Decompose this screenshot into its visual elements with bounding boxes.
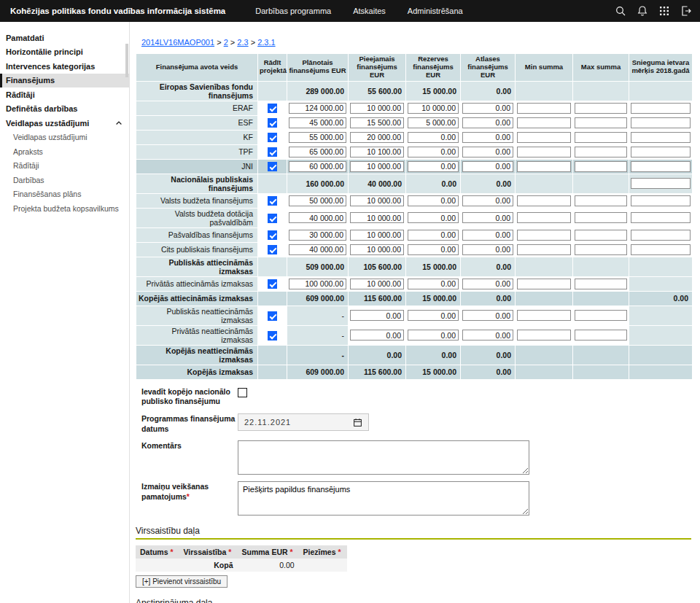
pieejamais-input[interactable]	[350, 147, 404, 157]
atlases-input[interactable]	[462, 212, 513, 223]
radit-projekta-checkbox[interactable]	[268, 118, 277, 128]
snieguma-ietvars-input[interactable]	[631, 132, 691, 143]
rezerves-input[interactable]	[408, 161, 459, 172]
rezerves-input[interactable]	[408, 330, 459, 341]
planotais-input[interactable]	[289, 132, 346, 143]
radit-projekta-checkbox[interactable]	[268, 196, 277, 206]
min-summa-input[interactable]	[517, 103, 571, 114]
pieejamais-input[interactable]	[350, 132, 404, 143]
rezerves-input[interactable]	[408, 195, 459, 206]
topbar-menu-administresana[interactable]: Administrēšana	[397, 0, 474, 22]
max-summa-input[interactable]	[575, 212, 627, 223]
sidebar-item-pamatdati[interactable]: Pamatdati	[0, 31, 129, 45]
radit-projekta-checkbox[interactable]	[268, 331, 277, 341]
max-summa-input[interactable]	[575, 230, 627, 241]
rezerves-input[interactable]	[408, 230, 459, 241]
sidebar-item-raditaji[interactable]: Rādītāji	[0, 159, 129, 174]
snieguma-ietvars-input[interactable]	[631, 212, 691, 223]
pieejamais-input[interactable]	[350, 230, 404, 241]
max-summa-input[interactable]	[575, 147, 627, 157]
min-summa-input[interactable]	[517, 195, 571, 206]
breadcrumb-link[interactable]: 2014LV16MAOP001	[141, 38, 214, 47]
radit-projekta-checkbox[interactable]	[268, 214, 277, 223]
rezerves-input[interactable]	[408, 132, 459, 143]
search-icon[interactable]	[610, 0, 631, 22]
rezerves-input[interactable]	[408, 147, 459, 157]
breadcrumb-link[interactable]: 2.3	[237, 38, 248, 47]
rezerves-input[interactable]	[408, 117, 459, 128]
radit-projekta-checkbox[interactable]	[268, 311, 277, 321]
pieejamais-input[interactable]	[350, 212, 404, 223]
atlases-input[interactable]	[462, 279, 513, 289]
planotais-input[interactable]	[289, 195, 346, 206]
atlases-input[interactable]	[462, 147, 513, 157]
min-summa-input[interactable]	[517, 244, 571, 255]
sidebar-scrollbar[interactable]	[125, 44, 128, 77]
rezerves-input[interactable]	[408, 103, 459, 114]
rezerves-input[interactable]	[408, 212, 459, 223]
sidebar-item-veidlapas-uzstadijumi[interactable]: Veidlapas uzstādījumi	[0, 131, 129, 145]
max-summa-input[interactable]	[575, 244, 627, 255]
min-summa-input[interactable]	[517, 147, 571, 157]
sidebar-item-raditaji[interactable]: Rādītāji	[0, 87, 129, 102]
snieguma-ietvars-input[interactable]	[631, 161, 691, 172]
add-virssaistiba-button[interactable]: [+] Pievienot virssaistību	[136, 575, 228, 588]
atlases-input[interactable]	[462, 244, 513, 255]
min-summa-input[interactable]	[517, 279, 571, 289]
radit-projekta-checkbox[interactable]	[268, 279, 277, 289]
notifications-icon[interactable]	[631, 0, 653, 22]
snieguma-ietvars-input[interactable]	[631, 178, 691, 189]
planotais-input[interactable]	[289, 279, 346, 289]
atlases-input[interactable]	[462, 330, 513, 341]
pieejamais-input[interactable]	[350, 244, 404, 255]
national-total-checkbox[interactable]	[238, 388, 247, 397]
sidebar-item-veidlapas-uzstadijumi[interactable]: Veidlapas uzstādījumi	[0, 116, 129, 131]
max-summa-input[interactable]	[575, 161, 627, 172]
max-summa-input[interactable]	[575, 279, 627, 289]
planotais-input[interactable]	[289, 103, 346, 114]
atlases-input[interactable]	[462, 132, 513, 143]
min-summa-input[interactable]	[517, 310, 571, 321]
planotais-input[interactable]	[289, 161, 346, 172]
snieguma-ietvars-input[interactable]	[631, 195, 691, 206]
breadcrumb-link[interactable]: 2.3.1	[257, 38, 275, 47]
radit-projekta-checkbox[interactable]	[268, 230, 277, 240]
planotais-input[interactable]	[289, 230, 346, 241]
sidebar-item-finansesanas-plans[interactable]: Finansēšanas plāns	[0, 187, 129, 202]
atlases-input[interactable]	[462, 161, 513, 172]
radit-projekta-checkbox[interactable]	[268, 133, 277, 142]
min-summa-input[interactable]	[517, 230, 571, 241]
max-summa-input[interactable]	[575, 132, 627, 143]
reason-textarea[interactable]: Piešķirts papildus finansējums	[238, 481, 529, 516]
planotais-input[interactable]	[289, 147, 346, 157]
sidebar-item-horizontalie-principi[interactable]: Horizontālie principi	[0, 45, 129, 60]
sidebar-item-definetas-darbibas[interactable]: Definētās darbības	[0, 102, 129, 117]
radit-projekta-checkbox[interactable]	[268, 147, 277, 157]
comment-textarea[interactable]	[238, 440, 529, 475]
max-summa-input[interactable]	[575, 103, 627, 114]
pieejamais-input[interactable]	[350, 195, 404, 206]
planotais-input[interactable]	[289, 244, 346, 255]
app-switcher-icon[interactable]	[653, 0, 675, 22]
program-finance-date-input[interactable]: 22.11.2021	[238, 413, 369, 431]
pieejamais-input[interactable]	[350, 161, 404, 172]
radit-projekta-checkbox[interactable]	[268, 162, 277, 171]
rezerves-input[interactable]	[408, 244, 459, 255]
sidebar-item-intervences-kategorijas[interactable]: Intervences kategorijas	[0, 59, 129, 74]
atlases-input[interactable]	[462, 103, 513, 114]
pieejamais-input[interactable]	[350, 117, 404, 128]
planotais-input[interactable]	[289, 117, 346, 128]
snieguma-ietvars-input[interactable]	[631, 230, 691, 241]
min-summa-input[interactable]	[517, 212, 571, 223]
snieguma-ietvars-input[interactable]	[631, 103, 691, 114]
max-summa-input[interactable]	[575, 195, 627, 206]
min-summa-input[interactable]	[517, 132, 571, 143]
min-summa-input[interactable]	[517, 330, 571, 341]
topbar-menu-darbibas-programma[interactable]: Darbības programma	[244, 0, 342, 22]
sidebar-item-finansejums[interactable]: Finansējums	[0, 74, 129, 88]
atlases-input[interactable]	[462, 195, 513, 206]
pieejamais-input[interactable]	[350, 310, 404, 321]
atlases-input[interactable]	[462, 117, 513, 128]
radit-projekta-checkbox[interactable]	[268, 245, 277, 254]
pieejamais-input[interactable]	[350, 279, 404, 289]
